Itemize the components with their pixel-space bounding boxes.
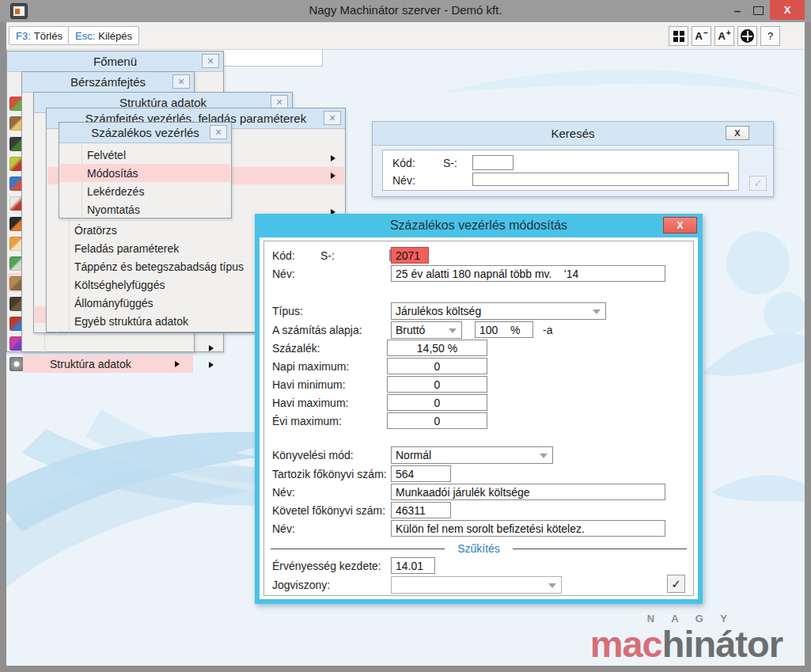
minimize-button[interactable]: – xyxy=(728,0,747,21)
tartozik-nev-input[interactable] xyxy=(391,484,665,500)
evi-max-label: Évi maximum: xyxy=(272,415,342,427)
menu-item-label: Állományfüggés xyxy=(74,297,153,309)
close-button[interactable]: X xyxy=(770,0,805,20)
navigation-icon xyxy=(741,29,754,43)
navigation-button[interactable] xyxy=(737,26,757,46)
fomenu-close-icon[interactable]: ✕ xyxy=(202,54,219,68)
menu-item-modositas[interactable]: Módosítás xyxy=(60,164,230,182)
kereses-nev-input[interactable] xyxy=(472,173,729,186)
havi-max-label: Havi maximum: xyxy=(272,397,348,409)
konyvelesi-label: Könyvelési mód: xyxy=(272,449,354,461)
dialog-ok-button[interactable]: ✓ xyxy=(667,575,685,593)
submenu-arrow-icon xyxy=(209,345,214,351)
help-button[interactable]: ? xyxy=(760,26,780,46)
szazalekos-title: Százalékos vezérlés xyxy=(91,126,199,139)
chevron-down-icon xyxy=(593,309,601,314)
menu-item-label: Nyomtatás xyxy=(87,203,140,216)
menu-item-felvetel[interactable]: Felvétel xyxy=(60,146,230,164)
nev-label: Név: xyxy=(272,268,295,280)
szazalekos-body: Felvétel Módosítás Lekérdezés Nyomtatás xyxy=(59,143,231,218)
logo-machinator-text: machinátor xyxy=(590,625,783,663)
menu-item-nyomtatas[interactable]: Nyomtatás xyxy=(60,200,230,218)
exit-key-label: Esc: xyxy=(75,30,95,42)
maximize-button[interactable] xyxy=(748,0,767,21)
kod-input[interactable] xyxy=(391,247,429,264)
jogviszony-combobox[interactable] xyxy=(391,576,562,594)
menu-item-label: Egyéb struktúra adatok xyxy=(74,315,188,328)
tile-windows-icon xyxy=(673,31,684,42)
szazalekos-close-icon[interactable]: ✕ xyxy=(210,125,227,139)
kereses-close-button[interactable]: X xyxy=(726,126,749,140)
napi-max-input[interactable] xyxy=(387,358,487,374)
ervenyesseg-input[interactable] xyxy=(391,557,435,574)
szazalek-label: Százalék: xyxy=(272,342,320,355)
font-increase-button[interactable]: A+ xyxy=(714,26,734,46)
alapja-value: Bruttó xyxy=(396,324,425,336)
alapja-combobox[interactable]: Bruttó xyxy=(391,321,462,339)
submenu-arrow-icon xyxy=(175,361,180,367)
tipus-label: Típus: xyxy=(272,305,303,317)
kovetel-nev-label: Név: xyxy=(272,522,295,535)
kereses-nev-label: Név: xyxy=(392,174,415,187)
kovetel-input[interactable] xyxy=(391,502,451,518)
tartozik-input[interactable] xyxy=(391,465,451,482)
fomenu-titlebar[interactable]: Főmenü ✕ xyxy=(7,51,223,72)
kovetel-nev-input[interactable] xyxy=(391,520,665,537)
kereses-panel: Kód: S-: Név: xyxy=(382,150,739,191)
window-title: Nagy Machinátor szerver - Demó kft. xyxy=(0,3,811,17)
delete-button[interactable]: F3: Törlés xyxy=(9,26,70,45)
menu-item-label: Felvétel xyxy=(87,149,126,161)
submenu-arrow-icon xyxy=(331,173,335,179)
nev-input[interactable] xyxy=(391,265,665,282)
berszamfejtes-close-icon[interactable]: ✕ xyxy=(172,74,190,89)
dialog-panel: Kód: S-: Név: Típus: Járulékos költség A… xyxy=(263,241,694,596)
konyvelesi-combobox[interactable]: Normál xyxy=(391,446,553,464)
kereses-s-prefix: S-: xyxy=(443,157,457,169)
havi-min-input[interactable] xyxy=(387,376,487,393)
delete-label: Törlés xyxy=(34,30,63,42)
menu-item-label: Struktúra adatok xyxy=(50,358,131,370)
berszamfejtes-title: Bérszámfejtés xyxy=(70,75,146,89)
menu-item-label: Feladás paraméterek xyxy=(74,242,179,255)
chevron-down-icon xyxy=(449,328,457,333)
help-icon: ? xyxy=(767,30,773,42)
dialog-body: Kód: S-: Név: Típus: Járulékos költség A… xyxy=(260,237,698,599)
window-szazalekos-vezerles: Százalékos vezérlés ✕ Felvétel Módosítás… xyxy=(59,122,232,218)
font-decrease-button[interactable]: A– xyxy=(692,26,711,46)
menu-item-label: Módosítás xyxy=(87,167,138,180)
dialog-close-button[interactable]: X xyxy=(663,217,697,233)
tipus-combobox[interactable]: Járulékos költség xyxy=(391,302,606,320)
kereses-ok-button[interactable]: ✓ xyxy=(749,176,767,191)
tipus-value: Járulékos költség xyxy=(396,305,481,317)
toolbar: F3: Törlés Esc: Kilépés A– A+ ? xyxy=(6,22,805,50)
ervenyesseg-label: Érvényesség kezdete: xyxy=(272,560,381,572)
menu-item-lekerdezes[interactable]: Lekérdezés xyxy=(60,182,230,200)
tile-windows-button[interactable] xyxy=(669,26,688,46)
szazalekos-titlebar[interactable]: Százalékos vezérlés ✕ xyxy=(59,123,231,143)
maximize-icon xyxy=(753,6,764,15)
szukites-label[interactable]: Szűkítés xyxy=(445,542,513,555)
submenu-arrow-icon xyxy=(331,155,335,161)
konyvelesi-value: Normál xyxy=(396,449,431,461)
szazalek-input[interactable] xyxy=(387,340,487,356)
berszamfejtes-titlebar[interactable]: Bérszámfejtés ✕ xyxy=(22,72,194,93)
havi-min-label: Havi minimum: xyxy=(272,378,346,391)
kereses-kod-input[interactable] xyxy=(472,155,514,170)
menu-item-label: Költséghelyfüggés xyxy=(74,279,165,291)
exit-button[interactable]: Esc: Kilépés xyxy=(68,26,139,45)
menu-item-label: Lekérdezés xyxy=(87,185,144,198)
szamfejtes-close-icon[interactable]: ✕ xyxy=(324,111,341,125)
kovetel-label: Követel főkönyvi szám: xyxy=(272,504,385,517)
napi-max-label: Napi maximum: xyxy=(272,360,349,373)
menu-item-label: Táppénz és betegszabadság típus xyxy=(74,260,244,273)
window-kereses: Keresés X Kód: S-: Név: ✓ xyxy=(372,121,774,197)
alapja-percent-input[interactable] xyxy=(475,321,533,338)
kod-label: Kód: xyxy=(272,249,295,262)
brand-logo: N A G Y machinátor xyxy=(590,613,783,663)
font-increase-icon: A+ xyxy=(718,30,730,42)
evi-max-input[interactable] xyxy=(387,412,487,429)
havi-max-input[interactable] xyxy=(387,394,487,411)
menu-item-struktura-adatok[interactable]: Struktúra adatok xyxy=(23,355,193,373)
kereses-titlebar[interactable]: Keresés X xyxy=(373,122,773,146)
szukites-label-wrap: Szűkítés xyxy=(264,542,693,555)
